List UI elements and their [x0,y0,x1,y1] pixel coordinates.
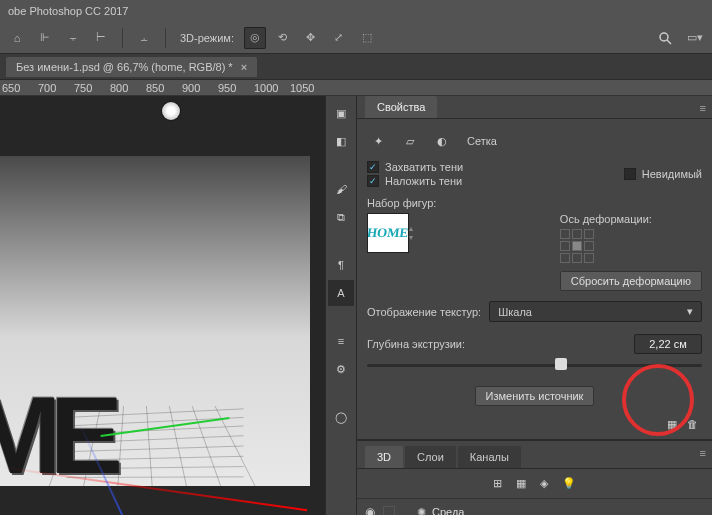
collapsed-panel-strip: ▣ ◧ 🖌 ⧉ ¶ A ≡ ⚙ ◯ [325,96,357,515]
search-icon[interactable] [654,27,676,49]
invisible-checkbox[interactable] [624,168,636,180]
chevron-down-icon: ▾ [687,305,693,318]
tree-row-environment[interactable]: ◉ ✺ Среда [363,503,706,515]
rotate-icon[interactable]: ⟲ [272,27,294,49]
app-titlebar: obe Photoshop CC 2017 [0,0,712,22]
tab-3d[interactable]: 3D [365,446,403,468]
scale-icon[interactable]: ⤢ [328,27,350,49]
reset-deform-button[interactable]: Сбросить деформацию [560,271,702,291]
workspace-icon[interactable]: ▭▾ [684,27,706,49]
extrusion-slider[interactable] [367,358,702,372]
capture-shadows-label: Захватить тени [385,161,463,173]
svg-line-12 [118,406,124,486]
align-icon-2[interactable]: ⫟ [62,27,84,49]
panel-menu-icon[interactable]: ≡ [700,102,706,114]
panel-icon-libraries[interactable]: ◯ [328,404,354,430]
properties-tab[interactable]: Свойства [365,96,437,118]
extrusion-depth-label: Глубина экструзии: [367,338,465,350]
grid-button-label[interactable]: Сетка [467,135,497,147]
filter-mesh-icon[interactable]: ▦ [516,477,526,490]
3d-panel: 3D Слои Каналы ≡ ⊞ ▦ ◈ 💡 ◉ ✺ Среда [357,440,712,515]
shape-set-label: Набор фигур: [367,197,702,209]
document-tab-bar: Без имени-1.psd @ 66,7% (home, RGB/8) * … [0,54,712,80]
svg-line-1 [667,40,671,44]
tab-layers[interactable]: Слои [405,446,456,468]
panel-icon-layers[interactable]: ≡ [328,328,354,354]
visibility-toggle[interactable]: ◉ [363,505,377,515]
horizontal-ruler: 650 700 750 800 850 900 950 1000 1050 [0,80,712,96]
mesh-icon[interactable]: ✦ [367,131,389,151]
properties-panel: Свойства ≡ ✦ ▱ ◐ Сетка Захватить тени [357,96,712,515]
deform-axis-grid[interactable] [560,229,702,263]
thumb-stepper[interactable]: ▴▾ [409,213,429,253]
close-tab-icon[interactable]: × [241,61,247,73]
mode-label: 3D-режим: [180,32,234,44]
overlay-shadows-label: Наложить тени [385,175,462,187]
environment-icon: ✺ [417,506,426,516]
filter-material-icon[interactable]: ◈ [540,477,548,490]
texture-display-label: Отображение текстур: [367,306,481,318]
panel-icon-history[interactable]: ▣ [328,100,354,126]
document-tab[interactable]: Без имени-1.psd @ 66,7% (home, RGB/8) * … [6,57,257,77]
tab-channels[interactable]: Каналы [458,446,521,468]
panel-icon-adjustments[interactable]: ⚙ [328,356,354,382]
deform-icon[interactable]: ▱ [399,131,421,151]
home-icon[interactable]: ⌂ [6,27,28,49]
document-tab-title: Без имени-1.psd @ 66,7% (home, RGB/8) * [16,61,233,73]
overlay-shadows-checkbox[interactable] [367,175,379,187]
panel-icon-paragraph[interactable]: ¶ [328,252,354,278]
panel-icon-clone[interactable]: ⧉ [328,204,354,230]
change-source-button[interactable]: Изменить источник [475,386,595,406]
trash-icon[interactable]: 🗑 [687,418,698,431]
3d-scene-tree: ◉ ✺ Среда ◉ ▾ ⊡ Сцена ◉ 📷 [357,499,712,515]
canvas[interactable]: ME [0,96,325,515]
panel3d-menu-icon[interactable]: ≡ [700,447,706,459]
3d-cursor-icon [162,102,180,120]
svg-point-0 [660,33,668,41]
panel-icon-character[interactable]: A [328,280,354,306]
align-icon-1[interactable]: ⊩ [34,27,56,49]
capture-shadows-checkbox[interactable] [367,161,379,173]
cube-icon[interactable]: ⬚ [356,27,378,49]
move-icon[interactable]: ✥ [300,27,322,49]
filter-scene-icon[interactable]: ⊞ [493,477,502,490]
app-title: obe Photoshop CC 2017 [8,5,128,17]
distribute-icon[interactable]: ⫠ [133,27,155,49]
filter-light-icon[interactable]: 💡 [562,477,576,490]
texture-display-select[interactable]: Шкала ▾ [489,301,702,322]
svg-line-14 [169,406,186,486]
cap-icon[interactable]: ◐ [431,131,453,151]
panel-icon-brush[interactable]: 🖌 [328,176,354,202]
shape-thumbnail[interactable]: HOME [367,213,409,253]
options-toolbar: ⌂ ⊩ ⫟ ⊢ ⫠ 3D-режим: ◎ ⟲ ✥ ⤢ ⬚ ▭▾ [0,22,712,54]
panel-icon-color[interactable]: ◧ [328,128,354,154]
extrusion-depth-input[interactable]: 2,22 см [634,334,702,354]
invisible-label: Невидимый [642,168,702,180]
deform-axis-label: Ось деформации: [560,213,652,225]
render-icon[interactable]: ▦ [667,418,677,431]
svg-line-13 [146,406,152,486]
orbit-icon[interactable]: ◎ [244,27,266,49]
slider-thumb[interactable] [555,358,567,370]
align-icon-3[interactable]: ⊢ [90,27,112,49]
